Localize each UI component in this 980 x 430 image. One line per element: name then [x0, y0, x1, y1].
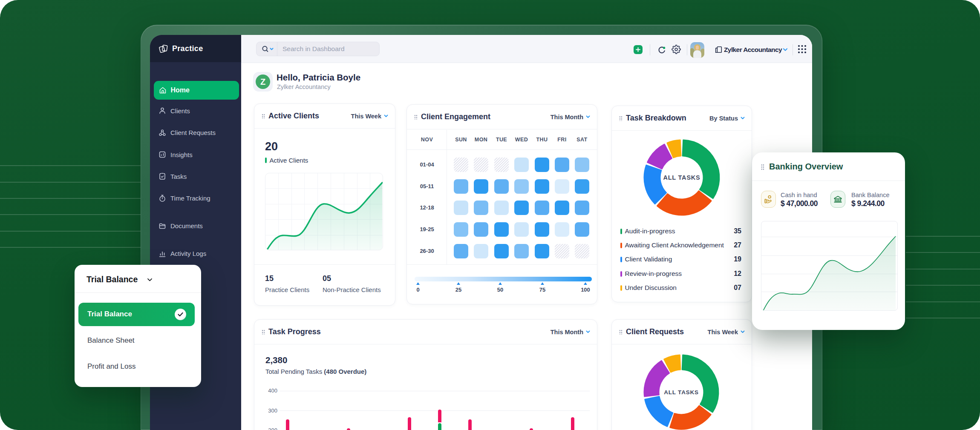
svg-text:ALL TASKS: ALL TASKS: [663, 174, 700, 181]
svg-text:ALL TASKS: ALL TASKS: [664, 389, 699, 396]
